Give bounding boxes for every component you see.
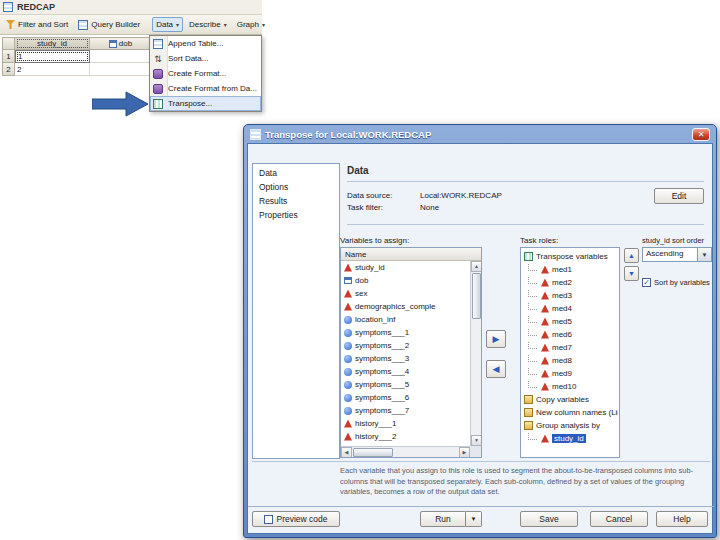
tree-item[interactable]: med8 (522, 354, 618, 367)
variable-type-icon (344, 355, 352, 363)
variable-item[interactable]: symptoms___4 (341, 365, 472, 378)
variable-item[interactable]: history___1 (341, 417, 472, 430)
describe-menu-button[interactable]: Describe ▾ (185, 17, 231, 32)
variable-type-icon (541, 318, 549, 326)
tree-item[interactable]: med6 (522, 328, 618, 341)
run-split-button: Run ▼ (420, 511, 482, 527)
row-header[interactable]: 1 (2, 50, 15, 63)
chevron-down-icon: ▾ (176, 21, 179, 28)
combo-arrow-icon: ▼ (697, 248, 711, 261)
sort-by-variables-row[interactable]: ✓ Sort by variables (642, 278, 710, 287)
variable-item[interactable]: symptoms___5 (341, 378, 472, 391)
scroll-right-icon[interactable]: ▶ (459, 447, 470, 458)
tree-item[interactable]: med2 (522, 276, 618, 289)
save-button[interactable]: Save (520, 511, 578, 527)
tree-item[interactable]: med5 (522, 315, 618, 328)
data-source-value: Local:WORK.REDCAP (420, 191, 502, 200)
close-button[interactable]: ✕ (692, 128, 710, 141)
variable-item[interactable]: symptoms___2 (341, 339, 472, 352)
variable-item[interactable]: study_id (341, 261, 472, 274)
filter-and-sort-button[interactable]: Filter and Sort (2, 17, 72, 32)
column-header-study-id[interactable]: study_id (15, 37, 90, 50)
create-format-icon (153, 84, 163, 94)
variable-item[interactable]: location_inf (341, 313, 472, 326)
variable-item[interactable]: demographics_comple (341, 300, 472, 313)
transpose-icon (153, 99, 163, 109)
tree-role-new-column-names[interactable]: New column names (Limit (522, 406, 618, 419)
tree-role-transpose-variables[interactable]: Transpose variables (522, 250, 618, 263)
role-icon (524, 395, 533, 404)
assign-left-button[interactable]: ◀ (486, 360, 506, 378)
variables-column-header[interactable]: Name (341, 248, 481, 261)
variable-type-icon (541, 383, 549, 391)
data-menu-button[interactable]: Data ▾ (152, 17, 183, 32)
tree-item[interactable]: med9 (522, 367, 618, 380)
tree-item[interactable]: med1 (522, 263, 618, 276)
tree-role-group-analysis-by[interactable]: Group analysis by (522, 419, 618, 432)
graph-menu-button[interactable]: Graph ▾ (233, 17, 269, 32)
preview-code-button[interactable]: Preview code (252, 511, 340, 527)
tree-item[interactable]: med4 (522, 302, 618, 315)
chevron-down-icon: ▾ (224, 21, 227, 28)
variable-item[interactable]: sex (341, 287, 472, 300)
scroll-left-icon[interactable]: ◀ (341, 447, 352, 458)
run-button[interactable]: Run (420, 511, 466, 527)
variable-item[interactable]: dob (341, 274, 472, 287)
variable-type-icon (344, 342, 352, 350)
variable-item[interactable]: history___2 (341, 430, 472, 443)
dialog-titlebar[interactable]: Transpose for Local:WORK.REDCAP ✕ (247, 125, 713, 143)
help-button[interactable]: Help (656, 511, 708, 527)
variable-type-icon (541, 266, 549, 274)
menu-item-append-table[interactable]: Append Table... (150, 36, 261, 51)
menu-item-create-format-from-data[interactable]: Create Format from Da... (150, 81, 261, 96)
nav-item-properties[interactable]: Properties (253, 208, 339, 222)
cancel-button[interactable]: Cancel (590, 511, 648, 527)
grid-cell[interactable] (90, 63, 152, 76)
menu-item-sort-data[interactable]: ⇅ Sort Data... (150, 51, 261, 66)
tree-guide (528, 316, 537, 323)
variables-label: Variables to assign: (340, 236, 409, 245)
append-table-icon (153, 39, 163, 49)
variable-item[interactable]: symptoms___1 (341, 326, 472, 339)
sort-order-dropdown[interactable]: Ascending ▼ (642, 247, 712, 262)
move-down-button[interactable]: ▼ (624, 266, 639, 281)
tree-item[interactable]: med10 (522, 380, 618, 393)
query-builder-button[interactable]: Query Builder (74, 17, 144, 33)
calendar-icon (109, 40, 117, 48)
tree-guide (528, 381, 537, 388)
variable-type-icon (541, 305, 549, 313)
nav-item-results[interactable]: Results (253, 194, 339, 208)
scroll-up-icon[interactable]: ▲ (471, 261, 482, 272)
menu-item-transpose[interactable]: Transpose... (150, 96, 261, 111)
scrollbar-thumb[interactable] (353, 448, 393, 457)
variable-type-icon (344, 329, 352, 337)
tree-item[interactable]: med3 (522, 289, 618, 302)
column-header-dob[interactable]: dob (90, 37, 152, 50)
vertical-scrollbar[interactable]: ▲ ▼ (470, 261, 481, 446)
tree-guide (528, 277, 537, 284)
menu-item-create-format[interactable]: Create Format... (150, 66, 261, 81)
grid-corner (2, 37, 15, 50)
horizontal-scrollbar[interactable]: ◀ ▶ (341, 446, 470, 457)
variable-type-icon (541, 331, 549, 339)
nav-item-options[interactable]: Options (253, 180, 339, 194)
variable-item[interactable]: symptoms___7 (341, 404, 472, 417)
nav-item-data[interactable]: Data (253, 166, 339, 180)
move-up-button[interactable]: ▲ (624, 248, 639, 263)
scrollbar-thumb[interactable] (472, 273, 481, 319)
grid-cell[interactable]: 2 (15, 63, 90, 76)
assign-right-button[interactable]: ▶ (486, 330, 506, 348)
tree-item[interactable]: med7 (522, 341, 618, 354)
run-options-arrow[interactable]: ▼ (466, 511, 482, 527)
variables-listbox: Name study_id dob sex demographics_compl… (340, 247, 482, 458)
tree-item-selected[interactable]: study_id (522, 432, 618, 445)
variable-item[interactable]: symptoms___6 (341, 391, 472, 404)
variable-item[interactable]: symptoms___3 (341, 352, 472, 365)
edit-button[interactable]: Edit (654, 188, 704, 204)
scroll-down-icon[interactable]: ▼ (471, 435, 482, 446)
tree-role-copy-variables[interactable]: Copy variables (522, 393, 618, 406)
row-header[interactable]: 2 (2, 63, 15, 76)
checkbox-checked[interactable]: ✓ (642, 278, 651, 287)
grid-cell[interactable] (90, 50, 152, 63)
grid-cell-selected[interactable]: 1 (15, 50, 90, 63)
